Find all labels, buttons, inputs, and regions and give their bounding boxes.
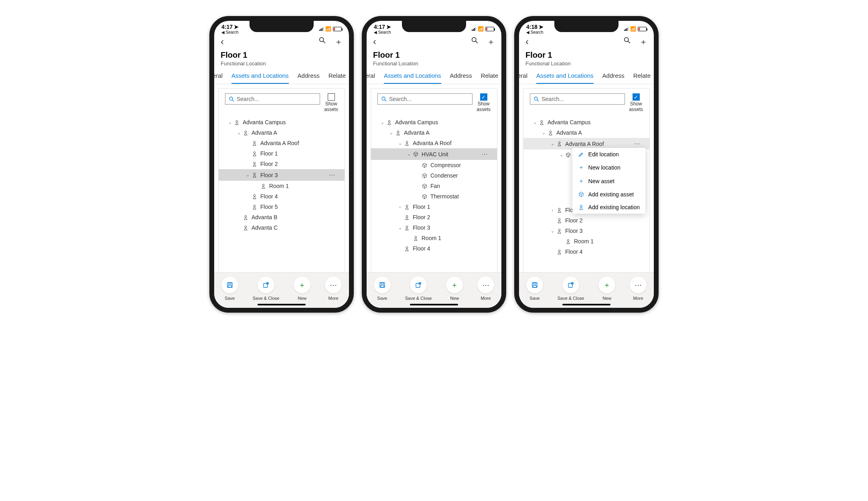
save-close-button[interactable]: Save & Close <box>405 277 432 301</box>
tab-address[interactable]: Address <box>450 72 472 84</box>
add-icon[interactable]: ＋ <box>335 36 343 47</box>
tree-node[interactable]: Floor 5 <box>219 202 345 212</box>
search-icon[interactable] <box>471 36 478 47</box>
tree-node[interactable]: ⌄Floor 3 <box>371 222 497 233</box>
tab-related[interactable]: Relate <box>329 72 346 84</box>
menu-new-location[interactable]: ＋New location <box>572 161 645 174</box>
tree-node[interactable]: Thermostat <box>371 191 497 202</box>
chevron-down-icon[interactable]: ⌄ <box>235 130 242 135</box>
show-assets-checkbox[interactable]: ✓ <box>480 93 487 101</box>
chevron-down-icon[interactable]: ⌄ <box>540 130 547 135</box>
search-input[interactable]: Search... <box>225 93 320 105</box>
tree-node[interactable]: Advanta C <box>219 222 345 233</box>
tree-node[interactable]: Advanta A Roof <box>219 138 345 148</box>
tree-node[interactable]: Condenser <box>371 170 497 181</box>
chevron-down-icon[interactable]: ⌄ <box>397 141 403 146</box>
tree-node[interactable]: ⌄Advanta A <box>219 127 345 138</box>
add-icon[interactable]: ＋ <box>487 36 495 47</box>
tree-node[interactable]: Fan <box>371 181 497 191</box>
status-back-link[interactable]: ◀ Search <box>374 30 391 34</box>
tab-assets-locations[interactable]: Assets and Locations <box>536 72 594 84</box>
tree-node[interactable]: ›Floor 1 <box>371 202 497 212</box>
save-close-button[interactable]: Save & Close <box>558 277 584 301</box>
tree-node[interactable]: ⌄Advanta Campus <box>219 117 345 127</box>
new-button[interactable]: ＋New <box>294 277 310 301</box>
tree-node[interactable]: Room 1 <box>219 181 345 191</box>
chevron-down-icon[interactable]: ⌄ <box>379 120 385 125</box>
more-button[interactable]: ⋯More <box>477 277 494 301</box>
chevron-down-icon[interactable]: ⌄ <box>549 228 556 234</box>
menu-edit-location[interactable]: Edit location <box>572 148 645 161</box>
back-button[interactable]: ‹ <box>221 36 224 47</box>
asset-icon <box>421 173 428 178</box>
tree-node[interactable]: ⌄Advanta Campus <box>371 117 497 127</box>
tree-node[interactable]: ⌄Floor 3 <box>523 226 649 236</box>
tab-assets-locations[interactable]: Assets and Locations <box>384 72 441 84</box>
tree-node[interactable]: ⌄Advanta A Roof <box>371 138 497 148</box>
tree-node[interactable]: Floor 4 <box>371 243 497 254</box>
menu-new-asset[interactable]: ＋New asset <box>572 174 645 188</box>
tree-node[interactable]: Advanta B <box>219 212 345 222</box>
tree-node[interactable]: Floor 2 <box>371 212 497 222</box>
status-back-link[interactable]: ◀ Search <box>526 30 544 34</box>
search-input[interactable]: Search... <box>377 93 473 105</box>
more-button[interactable]: ⋯More <box>325 277 342 301</box>
tab-assets-locations[interactable]: Assets and Locations <box>231 72 289 84</box>
tree-node[interactable]: ⌄Advanta A <box>523 127 649 138</box>
chevron-down-icon[interactable]: ⌄ <box>227 120 233 125</box>
tree-node-selected[interactable]: ⌄Floor 3⋯ <box>219 169 345 181</box>
show-assets-checkbox[interactable] <box>328 93 335 101</box>
tree-node[interactable]: Compressor <box>371 160 497 170</box>
menu-add-existing-location[interactable]: Add existing location <box>572 201 645 214</box>
tab-address[interactable]: Address <box>602 72 625 84</box>
show-assets-checkbox[interactable]: ✓ <box>633 93 640 101</box>
more-button[interactable]: ⋯More <box>630 277 647 301</box>
tab-related[interactable]: Relate <box>633 72 651 84</box>
home-indicator[interactable] <box>410 304 458 305</box>
more-icon[interactable]: ⋯ <box>631 140 643 147</box>
chevron-down-icon[interactable]: ⌄ <box>406 152 412 157</box>
search-icon[interactable] <box>318 36 326 47</box>
menu-add-existing-asset[interactable]: Add existing asset <box>572 188 645 201</box>
tab-general[interactable]: eral <box>213 72 223 84</box>
status-back-link[interactable]: ◀ Search <box>221 30 239 34</box>
tree-node[interactable]: Room 1 <box>371 233 497 243</box>
search-input[interactable]: Search... <box>530 93 625 105</box>
save-button[interactable]: Save <box>374 277 391 301</box>
save-close-button[interactable]: Save & Close <box>253 277 280 301</box>
chevron-down-icon[interactable]: ⌄ <box>388 130 394 135</box>
home-indicator[interactable] <box>562 304 610 305</box>
tree-node[interactable]: Floor 4 <box>523 246 649 257</box>
chevron-down-icon[interactable]: ⌄ <box>549 141 556 146</box>
back-button[interactable]: ‹ <box>373 36 376 47</box>
tabs: eral Assets and Locations Address Relate <box>209 67 354 84</box>
tree-node[interactable]: Floor 2 <box>219 159 345 169</box>
add-icon[interactable]: ＋ <box>639 36 647 47</box>
home-indicator[interactable] <box>258 304 306 305</box>
new-button[interactable]: ＋New <box>598 277 615 301</box>
new-button[interactable]: ＋New <box>446 277 463 301</box>
tree-node[interactable]: Floor 1 <box>219 148 345 159</box>
tab-general[interactable]: eral <box>517 72 527 84</box>
more-icon[interactable]: ⋯ <box>479 150 491 158</box>
chevron-down-icon[interactable]: ⌄ <box>558 152 564 158</box>
chevron-down-icon[interactable]: ⌄ <box>244 172 251 178</box>
tab-address[interactable]: Address <box>298 72 320 84</box>
save-button[interactable]: Save <box>526 277 543 301</box>
tab-general[interactable]: eral <box>365 72 375 84</box>
chevron-down-icon[interactable]: ⌄ <box>397 225 403 230</box>
tree-node[interactable]: ⌄Advanta Campus <box>523 117 649 127</box>
chevron-right-icon[interactable]: › <box>397 204 403 209</box>
more-icon[interactable]: ⋯ <box>327 171 338 179</box>
search-icon[interactable] <box>623 36 631 47</box>
tab-related[interactable]: Relate <box>481 72 498 84</box>
chevron-right-icon[interactable]: › <box>549 208 556 212</box>
save-button[interactable]: Save <box>221 277 238 301</box>
tree-node[interactable]: Floor 2 <box>523 215 649 226</box>
tree-node[interactable]: Room 1 <box>523 236 649 246</box>
back-button[interactable]: ‹ <box>525 36 529 47</box>
tree-node-selected[interactable]: ⌄HVAC Unit⋯ <box>371 148 497 160</box>
tree-node[interactable]: Floor 4 <box>219 191 345 202</box>
tree-node[interactable]: ⌄Advanta A <box>371 127 497 138</box>
chevron-down-icon[interactable]: ⌄ <box>531 120 538 125</box>
